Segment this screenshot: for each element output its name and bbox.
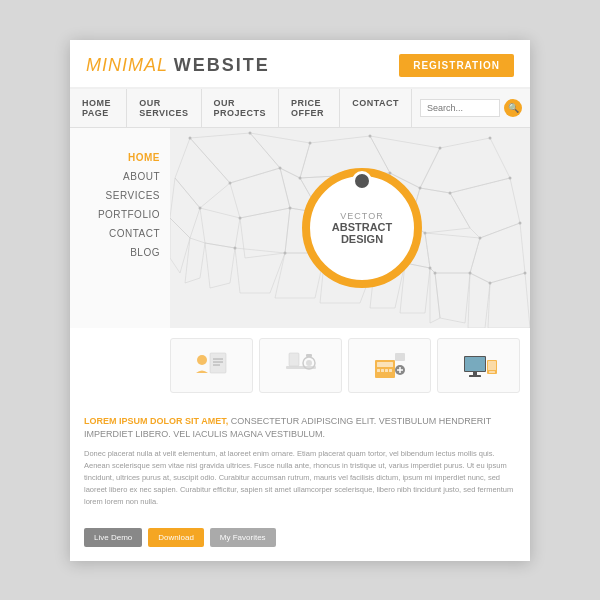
nav-item-services[interactable]: OUR SERVICES	[127, 89, 201, 127]
svg-rect-78	[377, 369, 380, 372]
svg-rect-92	[489, 371, 495, 373]
search-button[interactable]: 🔍	[504, 99, 522, 117]
svg-rect-91	[488, 361, 496, 370]
navigation: HOME PAGE OUR SERVICES OUR PROJECTS PRIC…	[70, 89, 530, 128]
icon-cards-row	[70, 328, 530, 403]
svg-rect-82	[395, 353, 405, 361]
circle-abstract: ABSTRACT	[332, 221, 393, 233]
svg-point-56	[234, 246, 237, 249]
svg-point-64	[489, 281, 492, 284]
logo: MINIMAL WEBSITE	[86, 55, 270, 76]
svg-point-45	[449, 191, 452, 194]
circle-design: DESIGN	[332, 233, 393, 245]
side-nav-contact[interactable]: CONTACT	[80, 224, 160, 243]
svg-point-39	[489, 136, 492, 139]
download-button[interactable]: Download	[148, 528, 204, 547]
svg-rect-77	[377, 362, 393, 367]
text-body: Donec placerat nulla at velit elementum,…	[84, 448, 516, 508]
svg-point-40	[229, 181, 232, 184]
svg-point-38	[439, 146, 442, 149]
svg-rect-66	[210, 353, 226, 373]
circle-element: VECTOR ABSTRACT DESIGN	[302, 168, 422, 288]
svg-rect-72	[289, 353, 299, 366]
svg-point-61	[429, 266, 432, 269]
registration-button[interactable]: REGISTRATION	[399, 54, 514, 77]
header: MINIMAL WEBSITE REGISTRATION	[70, 40, 530, 89]
svg-point-34	[189, 136, 192, 139]
svg-point-48	[289, 206, 292, 209]
text-section: LOREM IPSUM DOLOR SIT AMET, CONSECTETUR …	[70, 403, 530, 528]
svg-rect-79	[381, 369, 384, 372]
svg-point-41	[279, 166, 282, 169]
svg-point-57	[284, 251, 287, 254]
circle-text: VECTOR ABSTRACT DESIGN	[332, 211, 393, 245]
svg-point-53	[479, 236, 482, 239]
inner-dot	[352, 171, 372, 191]
person-document-icon	[192, 348, 232, 383]
svg-point-37	[369, 134, 372, 137]
side-nav-portfolio[interactable]: PORTFOLIO	[80, 205, 160, 224]
search-input[interactable]	[420, 99, 500, 117]
nav-items: HOME PAGE OUR SERVICES OUR PROJECTS PRIC…	[70, 89, 412, 127]
svg-point-55	[199, 206, 202, 209]
svg-rect-88	[473, 372, 477, 375]
side-nav-about[interactable]: ABOUT	[80, 167, 160, 186]
svg-point-74	[306, 360, 312, 366]
nav-item-projects[interactable]: OUR PROJECTS	[202, 89, 280, 127]
hero-area: VECTOR ABSTRACT DESIGN	[170, 128, 530, 328]
side-nav-home[interactable]: HOME	[80, 148, 160, 167]
svg-rect-89	[469, 375, 481, 377]
icon-card-4[interactable]	[437, 338, 520, 393]
headline-strong: LOREM IPSUM DOLOR SIT AMET,	[84, 416, 228, 426]
svg-rect-87	[465, 357, 485, 371]
icon-card-2[interactable]	[259, 338, 342, 393]
search-area: 🔍	[412, 95, 530, 121]
nav-item-home[interactable]: HOME PAGE	[70, 89, 127, 127]
calculator-icon	[370, 348, 410, 383]
icon-card-1[interactable]	[170, 338, 253, 393]
svg-point-52	[424, 231, 427, 234]
side-nav-services[interactable]: SERVICES	[80, 186, 160, 205]
outer-ring: VECTOR ABSTRACT DESIGN	[302, 168, 422, 288]
svg-rect-75	[306, 354, 312, 357]
svg-point-47	[239, 216, 242, 219]
svg-point-65	[524, 271, 527, 274]
svg-point-46	[509, 176, 512, 179]
svg-point-36	[309, 141, 312, 144]
circle-vector: VECTOR	[332, 211, 393, 221]
side-nav: HOME ABOUT SERVICES PORTFOLIO CONTACT BL…	[70, 128, 170, 328]
my-favorites-button[interactable]: My Favorites	[210, 528, 276, 547]
website-frame: MINIMAL WEBSITE REGISTRATION HOME PAGE O…	[70, 40, 530, 561]
main-content: HOME ABOUT SERVICES PORTFOLIO CONTACT BL…	[70, 128, 530, 328]
svg-point-63	[469, 271, 472, 274]
live-demo-button[interactable]: Live Demo	[84, 528, 142, 547]
monitor-icon	[459, 348, 499, 383]
svg-rect-80	[385, 369, 388, 372]
buttons-row: Live Demo Download My Favorites	[70, 528, 530, 561]
nav-item-contact[interactable]: CONTACT	[340, 89, 412, 127]
desk-items-icon	[281, 348, 321, 383]
nav-item-price[interactable]: PRICE OFFER	[279, 89, 340, 127]
svg-point-62	[434, 271, 437, 274]
side-nav-blog[interactable]: BLOG	[80, 243, 160, 262]
svg-point-54	[519, 221, 522, 224]
text-headline: LOREM IPSUM DOLOR SIT AMET, CONSECTETUR …	[84, 415, 516, 442]
icon-card-3[interactable]	[348, 338, 431, 393]
svg-point-70	[197, 355, 207, 365]
svg-rect-81	[389, 369, 392, 372]
svg-point-35	[249, 131, 252, 134]
